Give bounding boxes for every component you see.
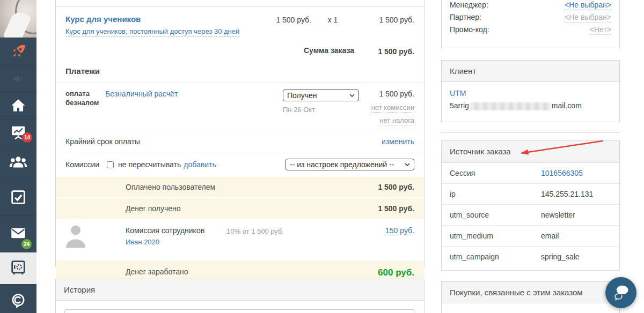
utm-link[interactable]: UTM bbox=[450, 89, 466, 98]
money-received-label: Денег получено bbox=[126, 204, 181, 213]
sidebar-item-chat[interactable] bbox=[0, 284, 36, 313]
history-card: История bbox=[55, 279, 425, 313]
payment-amount: 1 500 руб. bbox=[361, 90, 414, 98]
no-recalc-label: не пересчитывать bbox=[118, 160, 181, 169]
deadline-label: Крайний срок оплаты bbox=[65, 137, 140, 146]
chevron-down-icon bbox=[349, 94, 355, 97]
money-received-row: Денег получено 1 500 руб. bbox=[56, 198, 424, 220]
order-source-card: Источник заказа Сессия 1016566305 ip 145… bbox=[441, 140, 620, 271]
item-price: 1 500 руб. bbox=[255, 14, 311, 35]
megaphone-icon bbox=[12, 72, 25, 87]
utm-source-value: newsletter bbox=[541, 211, 575, 219]
manager-label: Менеджер: bbox=[450, 1, 488, 10]
sidebar-item-home[interactable] bbox=[0, 92, 36, 120]
ip-value: 145.255.21.131 bbox=[541, 190, 593, 198]
order-meta-card: нет тегов Менеджер: <Не выбран> Партнер:… bbox=[441, 0, 620, 48]
sidebar: 14 24 bbox=[0, 0, 36, 313]
partner-row: Партнер: <Не выбран> bbox=[450, 13, 611, 23]
annotation-arrow bbox=[513, 137, 606, 158]
order-sum-row: Сумма заказа 1 500 руб. bbox=[56, 39, 424, 56]
item-total: 1 500 руб. bbox=[354, 14, 414, 35]
client-email-redacted bbox=[470, 102, 551, 110]
sidebar-item-tasks[interactable] bbox=[0, 180, 36, 215]
client-title: Клиент bbox=[442, 61, 619, 82]
client-email-suffix: mail.com bbox=[552, 101, 582, 110]
payments-title: Платежи bbox=[56, 56, 424, 83]
sidebar-item-mail[interactable]: 24 bbox=[0, 215, 36, 252]
client-email-prefix: 5arrig bbox=[450, 101, 469, 110]
payment-type: оплата безналом bbox=[65, 90, 98, 124]
promo-row: Промо-код: <Нет> bbox=[450, 25, 611, 35]
order-card: Курс для учеников Курс для учеников, пос… bbox=[55, 0, 425, 267]
commissions-label: Комиссии bbox=[65, 160, 99, 169]
sidebar-item-users[interactable] bbox=[0, 146, 36, 180]
stats-badge: 14 bbox=[22, 132, 32, 143]
deadline-change-link[interactable]: изменить bbox=[382, 137, 414, 146]
utm-source-label: utm_source bbox=[450, 211, 541, 219]
staff-commission-calc: 10% от 1 500 руб. bbox=[226, 227, 284, 235]
staff-person-link[interactable]: Иван 2020 bbox=[126, 238, 159, 246]
deadline-row: Крайний срок оплаты изменить bbox=[56, 130, 424, 153]
manager-row: Менеджер: <Не выбран> bbox=[450, 1, 611, 10]
item-qty: x 1 bbox=[311, 14, 354, 35]
client-email: 5arrigmail.com bbox=[450, 101, 611, 110]
safe-icon bbox=[9, 258, 27, 278]
client-card: Клиент UTM 5arrigmail.com bbox=[441, 60, 620, 122]
product-link[interactable]: Курс для учеников bbox=[65, 14, 141, 24]
source-row-utm-campaign: utm_campaign spring_sale bbox=[442, 246, 619, 267]
order-sum-label: Сумма заказа bbox=[304, 46, 354, 56]
related-purchases-title: Покупки, связанные с этим заказом bbox=[442, 282, 619, 303]
commission-source-value: -- из настроек предложений -- bbox=[290, 160, 394, 169]
chat-widget-button[interactable] bbox=[605, 277, 636, 308]
paid-by-user-row: Оплачено пользователем 1 500 руб. bbox=[56, 177, 424, 198]
chat-logo-icon bbox=[10, 292, 27, 311]
session-value-link[interactable]: 1016566305 bbox=[541, 169, 583, 177]
payment-status-select[interactable]: Получен bbox=[283, 90, 359, 101]
utm-medium-value: email bbox=[541, 232, 559, 240]
utm-campaign-value: spring_sale bbox=[541, 252, 580, 261]
order-item-row: Курс для учеников Курс для учеников, пос… bbox=[56, 6, 424, 39]
sidebar-item-launch[interactable] bbox=[0, 38, 36, 66]
source-row-ip: ip 145.255.21.131 bbox=[442, 183, 619, 204]
chevron-down-icon bbox=[405, 163, 410, 166]
comment-input[interactable] bbox=[64, 309, 414, 313]
payment-date: Пн 26 Окт bbox=[283, 106, 361, 114]
users-icon bbox=[9, 153, 28, 174]
no-commission-link[interactable]: нет комиссии bbox=[371, 103, 414, 113]
promo-value-link[interactable]: <Нет> bbox=[590, 25, 611, 35]
utm-campaign-label: utm_campaign bbox=[450, 252, 541, 261]
utm-medium-label: utm_medium bbox=[450, 232, 541, 240]
rocket-icon bbox=[10, 43, 26, 61]
source-row-session: Сессия 1016566305 bbox=[442, 162, 619, 183]
partner-value-link[interactable]: <Не выбран> bbox=[565, 13, 611, 23]
sidebar-item-stats[interactable]: 14 bbox=[0, 120, 36, 146]
history-title: История bbox=[56, 279, 424, 301]
commissions-row: Комиссии не пересчитывать добавить -- из… bbox=[56, 153, 424, 177]
sidebar-item-sales[interactable] bbox=[0, 252, 36, 284]
sidebar-photo bbox=[0, 0, 36, 38]
ip-label: ip bbox=[450, 190, 541, 198]
offer-link[interactable]: Курс для учеников, постоянный доступ чер… bbox=[65, 27, 239, 36]
no-recalc-checkbox[interactable] bbox=[107, 161, 114, 168]
order-sum-value: 1 500 руб. bbox=[354, 46, 414, 56]
order-item-info: Курс для учеников Курс для учеников, пос… bbox=[65, 14, 255, 35]
session-label: Сессия bbox=[450, 169, 541, 177]
chat-bubbles-icon bbox=[612, 285, 630, 301]
partner-label: Партнер: bbox=[450, 13, 481, 23]
add-commission-link[interactable]: добавить bbox=[184, 160, 216, 169]
staff-commission-value-link[interactable]: 150 руб. bbox=[385, 226, 414, 235]
money-earned-value: 600 руб. bbox=[378, 267, 414, 278]
commission-source-select[interactable]: -- из настроек предложений -- bbox=[286, 159, 414, 170]
payment-method-link[interactable]: Безналичный расчёт bbox=[105, 90, 178, 98]
sidebar-item-broadcast[interactable] bbox=[0, 66, 36, 92]
check-square-icon bbox=[9, 188, 27, 208]
source-row-utm-medium: utm_medium email bbox=[442, 225, 619, 246]
promo-label: Промо-код: bbox=[450, 25, 489, 35]
related-purchases-card: Покупки, связанные с этим заказом bbox=[441, 281, 620, 313]
home-icon bbox=[10, 97, 27, 116]
panel-divider bbox=[441, 130, 620, 133]
payment-status-value: Получен bbox=[287, 91, 317, 100]
money-earned-label: Денег заработано bbox=[126, 267, 188, 278]
no-tax-link[interactable]: нет налога bbox=[379, 116, 414, 125]
manager-value-link[interactable]: <Не выбран> bbox=[565, 1, 611, 10]
